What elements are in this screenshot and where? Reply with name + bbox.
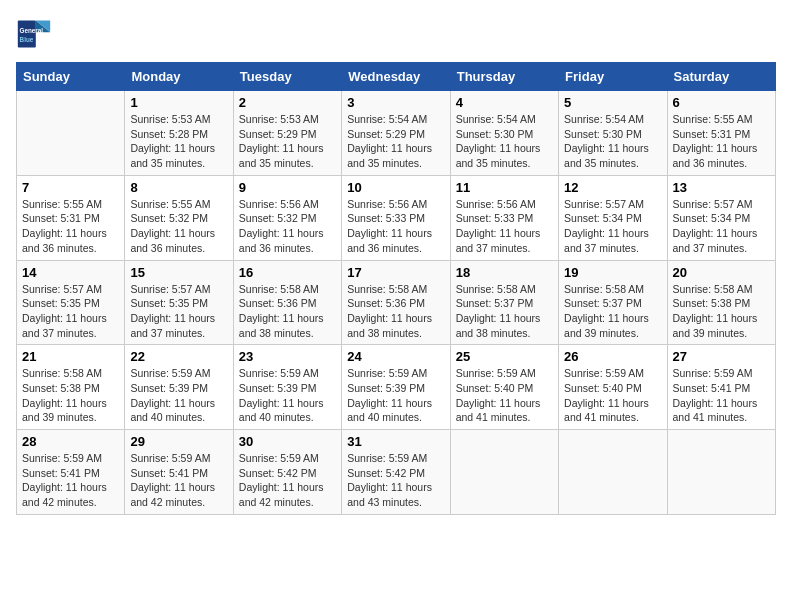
calendar-cell: 8Sunrise: 5:55 AM Sunset: 5:32 PM Daylig… — [125, 175, 233, 260]
calendar-cell: 26Sunrise: 5:59 AM Sunset: 5:40 PM Dayli… — [559, 345, 667, 430]
calendar-cell: 17Sunrise: 5:58 AM Sunset: 5:36 PM Dayli… — [342, 260, 450, 345]
day-number: 29 — [130, 434, 227, 449]
day-number: 15 — [130, 265, 227, 280]
day-number: 10 — [347, 180, 444, 195]
calendar-cell: 13Sunrise: 5:57 AM Sunset: 5:34 PM Dayli… — [667, 175, 775, 260]
calendar-cell: 6Sunrise: 5:55 AM Sunset: 5:31 PM Daylig… — [667, 91, 775, 176]
calendar-cell: 30Sunrise: 5:59 AM Sunset: 5:42 PM Dayli… — [233, 430, 341, 515]
day-info: Sunrise: 5:54 AM Sunset: 5:29 PM Dayligh… — [347, 112, 444, 171]
day-info: Sunrise: 5:58 AM Sunset: 5:36 PM Dayligh… — [347, 282, 444, 341]
calendar-cell: 25Sunrise: 5:59 AM Sunset: 5:40 PM Dayli… — [450, 345, 558, 430]
day-number: 23 — [239, 349, 336, 364]
calendar-week-2: 7Sunrise: 5:55 AM Sunset: 5:31 PM Daylig… — [17, 175, 776, 260]
day-info: Sunrise: 5:59 AM Sunset: 5:40 PM Dayligh… — [564, 366, 661, 425]
day-number: 1 — [130, 95, 227, 110]
calendar-cell: 20Sunrise: 5:58 AM Sunset: 5:38 PM Dayli… — [667, 260, 775, 345]
day-info: Sunrise: 5:57 AM Sunset: 5:35 PM Dayligh… — [130, 282, 227, 341]
day-info: Sunrise: 5:59 AM Sunset: 5:41 PM Dayligh… — [130, 451, 227, 510]
calendar-cell — [667, 430, 775, 515]
calendar-cell: 2Sunrise: 5:53 AM Sunset: 5:29 PM Daylig… — [233, 91, 341, 176]
day-info: Sunrise: 5:57 AM Sunset: 5:34 PM Dayligh… — [673, 197, 770, 256]
day-number: 11 — [456, 180, 553, 195]
day-info: Sunrise: 5:59 AM Sunset: 5:42 PM Dayligh… — [347, 451, 444, 510]
day-info: Sunrise: 5:53 AM Sunset: 5:28 PM Dayligh… — [130, 112, 227, 171]
calendar-cell: 12Sunrise: 5:57 AM Sunset: 5:34 PM Dayli… — [559, 175, 667, 260]
day-info: Sunrise: 5:59 AM Sunset: 5:39 PM Dayligh… — [347, 366, 444, 425]
day-number: 9 — [239, 180, 336, 195]
day-number: 3 — [347, 95, 444, 110]
day-info: Sunrise: 5:54 AM Sunset: 5:30 PM Dayligh… — [456, 112, 553, 171]
day-info: Sunrise: 5:55 AM Sunset: 5:31 PM Dayligh… — [673, 112, 770, 171]
calendar-cell: 15Sunrise: 5:57 AM Sunset: 5:35 PM Dayli… — [125, 260, 233, 345]
day-number: 16 — [239, 265, 336, 280]
day-number: 2 — [239, 95, 336, 110]
day-number: 30 — [239, 434, 336, 449]
day-info: Sunrise: 5:56 AM Sunset: 5:33 PM Dayligh… — [347, 197, 444, 256]
calendar-week-3: 14Sunrise: 5:57 AM Sunset: 5:35 PM Dayli… — [17, 260, 776, 345]
day-info: Sunrise: 5:57 AM Sunset: 5:35 PM Dayligh… — [22, 282, 119, 341]
day-number: 19 — [564, 265, 661, 280]
day-info: Sunrise: 5:59 AM Sunset: 5:40 PM Dayligh… — [456, 366, 553, 425]
calendar-table: SundayMondayTuesdayWednesdayThursdayFrid… — [16, 62, 776, 515]
weekday-header-thursday: Thursday — [450, 63, 558, 91]
calendar-cell: 4Sunrise: 5:54 AM Sunset: 5:30 PM Daylig… — [450, 91, 558, 176]
calendar-cell: 29Sunrise: 5:59 AM Sunset: 5:41 PM Dayli… — [125, 430, 233, 515]
day-info: Sunrise: 5:59 AM Sunset: 5:41 PM Dayligh… — [673, 366, 770, 425]
day-number: 18 — [456, 265, 553, 280]
day-number: 24 — [347, 349, 444, 364]
calendar-cell: 7Sunrise: 5:55 AM Sunset: 5:31 PM Daylig… — [17, 175, 125, 260]
logo: General Blue — [16, 16, 52, 52]
svg-text:General: General — [20, 27, 44, 34]
calendar-cell: 24Sunrise: 5:59 AM Sunset: 5:39 PM Dayli… — [342, 345, 450, 430]
day-number: 27 — [673, 349, 770, 364]
calendar-cell: 27Sunrise: 5:59 AM Sunset: 5:41 PM Dayli… — [667, 345, 775, 430]
day-info: Sunrise: 5:55 AM Sunset: 5:32 PM Dayligh… — [130, 197, 227, 256]
day-info: Sunrise: 5:58 AM Sunset: 5:36 PM Dayligh… — [239, 282, 336, 341]
weekday-header-tuesday: Tuesday — [233, 63, 341, 91]
calendar-cell: 23Sunrise: 5:59 AM Sunset: 5:39 PM Dayli… — [233, 345, 341, 430]
day-info: Sunrise: 5:59 AM Sunset: 5:39 PM Dayligh… — [239, 366, 336, 425]
day-number: 20 — [673, 265, 770, 280]
day-info: Sunrise: 5:57 AM Sunset: 5:34 PM Dayligh… — [564, 197, 661, 256]
calendar-week-5: 28Sunrise: 5:59 AM Sunset: 5:41 PM Dayli… — [17, 430, 776, 515]
day-info: Sunrise: 5:59 AM Sunset: 5:41 PM Dayligh… — [22, 451, 119, 510]
day-number: 7 — [22, 180, 119, 195]
logo-icon: General Blue — [16, 16, 52, 52]
day-number: 25 — [456, 349, 553, 364]
calendar-cell: 11Sunrise: 5:56 AM Sunset: 5:33 PM Dayli… — [450, 175, 558, 260]
page-header: General Blue — [16, 16, 776, 52]
day-number: 17 — [347, 265, 444, 280]
day-number: 13 — [673, 180, 770, 195]
day-number: 22 — [130, 349, 227, 364]
day-number: 8 — [130, 180, 227, 195]
weekday-header-wednesday: Wednesday — [342, 63, 450, 91]
calendar-cell: 9Sunrise: 5:56 AM Sunset: 5:32 PM Daylig… — [233, 175, 341, 260]
day-number: 4 — [456, 95, 553, 110]
day-number: 21 — [22, 349, 119, 364]
calendar-week-4: 21Sunrise: 5:58 AM Sunset: 5:38 PM Dayli… — [17, 345, 776, 430]
day-info: Sunrise: 5:53 AM Sunset: 5:29 PM Dayligh… — [239, 112, 336, 171]
day-number: 14 — [22, 265, 119, 280]
calendar-cell: 22Sunrise: 5:59 AM Sunset: 5:39 PM Dayli… — [125, 345, 233, 430]
day-info: Sunrise: 5:54 AM Sunset: 5:30 PM Dayligh… — [564, 112, 661, 171]
day-info: Sunrise: 5:58 AM Sunset: 5:37 PM Dayligh… — [564, 282, 661, 341]
calendar-cell: 19Sunrise: 5:58 AM Sunset: 5:37 PM Dayli… — [559, 260, 667, 345]
day-info: Sunrise: 5:58 AM Sunset: 5:38 PM Dayligh… — [673, 282, 770, 341]
day-number: 12 — [564, 180, 661, 195]
calendar-cell — [450, 430, 558, 515]
calendar-cell: 28Sunrise: 5:59 AM Sunset: 5:41 PM Dayli… — [17, 430, 125, 515]
day-info: Sunrise: 5:58 AM Sunset: 5:37 PM Dayligh… — [456, 282, 553, 341]
day-number: 5 — [564, 95, 661, 110]
calendar-cell: 14Sunrise: 5:57 AM Sunset: 5:35 PM Dayli… — [17, 260, 125, 345]
calendar-cell: 10Sunrise: 5:56 AM Sunset: 5:33 PM Dayli… — [342, 175, 450, 260]
calendar-cell: 3Sunrise: 5:54 AM Sunset: 5:29 PM Daylig… — [342, 91, 450, 176]
calendar-cell: 5Sunrise: 5:54 AM Sunset: 5:30 PM Daylig… — [559, 91, 667, 176]
calendar-header: SundayMondayTuesdayWednesdayThursdayFrid… — [17, 63, 776, 91]
calendar-cell: 21Sunrise: 5:58 AM Sunset: 5:38 PM Dayli… — [17, 345, 125, 430]
day-info: Sunrise: 5:56 AM Sunset: 5:33 PM Dayligh… — [456, 197, 553, 256]
day-number: 28 — [22, 434, 119, 449]
calendar-cell — [559, 430, 667, 515]
day-info: Sunrise: 5:58 AM Sunset: 5:38 PM Dayligh… — [22, 366, 119, 425]
day-info: Sunrise: 5:59 AM Sunset: 5:39 PM Dayligh… — [130, 366, 227, 425]
weekday-header-sunday: Sunday — [17, 63, 125, 91]
